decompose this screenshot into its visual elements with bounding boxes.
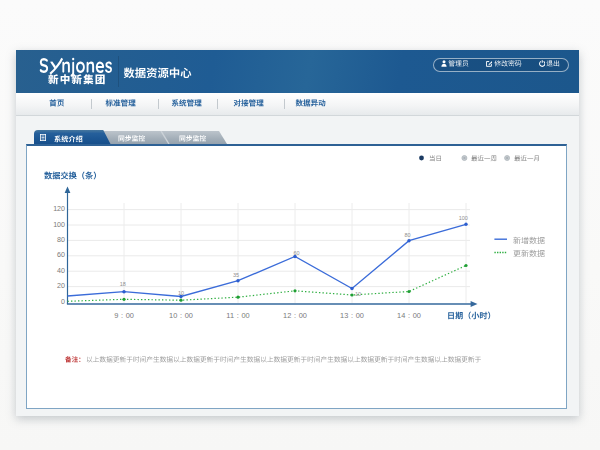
svg-text:80: 80: [404, 232, 410, 238]
svg-text:10: 10: [178, 290, 184, 296]
svg-text:80: 80: [57, 236, 65, 244]
svg-text:12 : 00: 12 : 00: [283, 311, 307, 320]
svg-text:13 : 00: 13 : 00: [340, 311, 364, 320]
svg-text:20: 20: [57, 282, 65, 290]
svg-text:18: 18: [120, 281, 126, 287]
svg-text:100: 100: [459, 215, 468, 221]
svg-text:120: 120: [53, 205, 65, 213]
svg-text:11 : 00: 11 : 00: [226, 311, 249, 320]
svg-text:40: 40: [57, 267, 65, 275]
svg-text:35: 35: [233, 272, 239, 278]
svg-text:9 : 00: 9 : 00: [114, 311, 134, 320]
svg-text:60: 60: [293, 250, 299, 256]
svg-text:0: 0: [61, 298, 65, 306]
svg-text:60: 60: [57, 251, 65, 259]
svg-text:14 : 00: 14 : 00: [397, 311, 421, 320]
svg-text:10: 10: [355, 291, 361, 297]
svg-text:10 : 00: 10 : 00: [169, 311, 193, 320]
svg-text:100: 100: [53, 221, 65, 229]
